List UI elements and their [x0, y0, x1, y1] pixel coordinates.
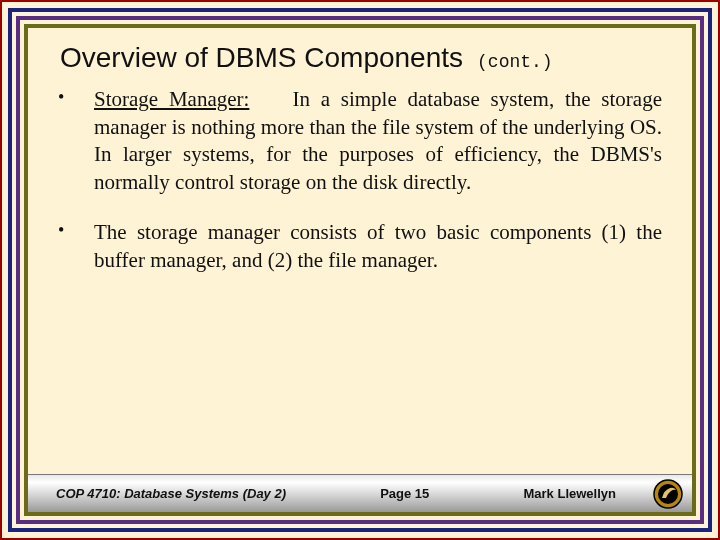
list-item: The storage manager consists of two basi…: [54, 219, 662, 274]
footer-course: COP 4710: Database Systems (Day 2): [56, 486, 286, 501]
footer: COP 4710: Database Systems (Day 2) Page …: [28, 474, 692, 512]
footer-author: Mark Llewellyn: [524, 486, 616, 501]
bullet-list: Storage Manager: In a simple database sy…: [54, 86, 662, 274]
border-olive: Overview of DBMS Components (cont.) Stor…: [24, 24, 696, 516]
title-row: Overview of DBMS Components (cont.): [50, 42, 670, 74]
slide-title: Overview of DBMS Components: [60, 42, 463, 74]
slide-body: Storage Manager: In a simple database sy…: [50, 86, 670, 512]
border-blue: Overview of DBMS Components (cont.) Stor…: [8, 8, 712, 532]
pegasus-seal-icon: [652, 478, 684, 510]
slide-cont-label: (cont.): [477, 52, 553, 72]
list-item: Storage Manager: In a simple database sy…: [54, 86, 662, 197]
bullet-term: Storage Manager:: [94, 87, 249, 111]
slide: Overview of DBMS Components (cont.) Stor…: [0, 0, 720, 540]
logo: [644, 474, 692, 512]
border-purple: Overview of DBMS Components (cont.) Stor…: [16, 16, 704, 524]
footer-page: Page 15: [380, 486, 429, 501]
bullet-text: The storage manager consists of two basi…: [94, 220, 662, 272]
footer-bar: COP 4710: Database Systems (Day 2) Page …: [28, 474, 644, 512]
